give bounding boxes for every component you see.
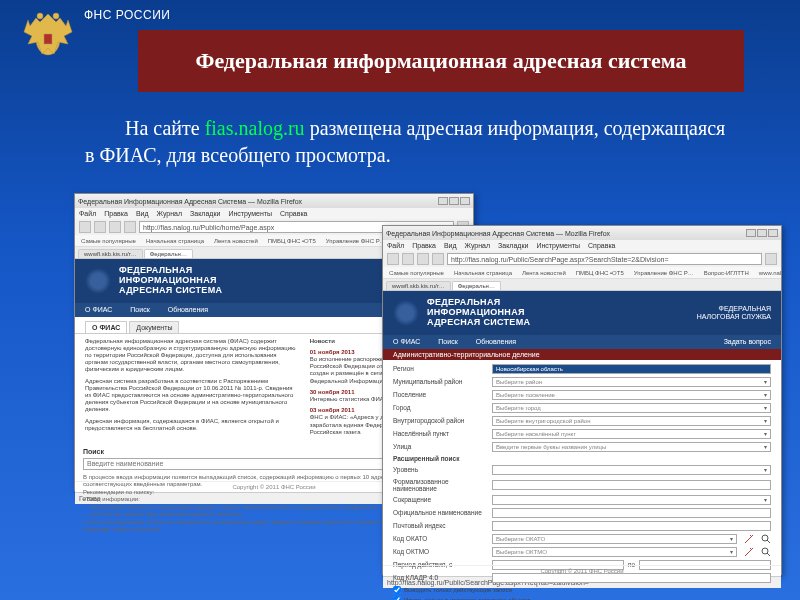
field-input[interactable]: Выберите район bbox=[492, 377, 771, 387]
home-icon bbox=[124, 221, 136, 233]
bookmark-bar[interactable]: Самые популярныеНачальная страницаЛента … bbox=[383, 267, 781, 279]
page-title: Федеральная информационная адресная сист… bbox=[138, 30, 744, 92]
field-label: Код ОКАТО bbox=[393, 535, 488, 542]
url-input[interactable]: http://fias.nalog.ru/Public/SearchPage.a… bbox=[447, 253, 762, 265]
back-icon bbox=[79, 221, 91, 233]
svg-point-1 bbox=[37, 13, 43, 19]
svg-line-7 bbox=[767, 553, 770, 556]
field-input[interactable]: Новосибирская область bbox=[492, 364, 771, 374]
field-input[interactable] bbox=[492, 521, 771, 531]
only-active-checkbox[interactable] bbox=[393, 586, 401, 594]
forward-icon bbox=[94, 221, 106, 233]
field-label: Улица bbox=[393, 443, 488, 450]
field-input[interactable] bbox=[492, 495, 771, 505]
field-label: Регион bbox=[393, 365, 488, 372]
field-input[interactable]: Выберите ОКАТО bbox=[492, 534, 737, 544]
search-input[interactable] bbox=[83, 458, 429, 470]
tab-active: Федеральн… bbox=[144, 249, 193, 258]
menubar[interactable]: ФайлПравкаВидЖурналЗакладкиИнструментыСп… bbox=[75, 208, 473, 219]
eagle-emblem-icon bbox=[18, 4, 78, 66]
field-input[interactable] bbox=[492, 480, 771, 490]
field-input[interactable]: Выберите внутригородской район bbox=[492, 416, 771, 426]
field-input[interactable]: Выберите поселение bbox=[492, 390, 771, 400]
lookup-icon[interactable] bbox=[761, 547, 771, 557]
intro-text: На сайте fias.nalog.ru размещена адресна… bbox=[85, 115, 735, 169]
browser-window-2: Федеральная Информационная Адресная Сист… bbox=[382, 225, 782, 575]
reload-icon bbox=[109, 221, 121, 233]
field-label: Город bbox=[393, 404, 488, 411]
window-controls[interactable] bbox=[437, 197, 470, 206]
field-label: Населённый пункт bbox=[393, 430, 488, 437]
lookup-icon[interactable] bbox=[761, 534, 771, 544]
site-logo-icon bbox=[85, 268, 111, 294]
field-label: Муниципальный район bbox=[393, 378, 488, 385]
menubar[interactable]: ФайлПравкаВидЖурналЗакладкиИнструментыСп… bbox=[383, 240, 781, 251]
field-label: Формализованное наименование bbox=[393, 478, 488, 492]
field-label: Код ОКТМО bbox=[393, 548, 488, 555]
field-label: Почтовый индекс bbox=[393, 522, 488, 529]
field-input[interactable]: Выберите населённый пункт bbox=[492, 429, 771, 439]
titlebar: Федеральная Информационная Адресная Сист… bbox=[75, 194, 473, 208]
field-label: Уровень bbox=[393, 466, 488, 473]
field-input[interactable]: Выберите ОКТМО bbox=[492, 547, 737, 557]
form-subhead: Административно-территориальное деление bbox=[383, 349, 781, 360]
wand-icon[interactable] bbox=[744, 534, 754, 544]
org-label: ФНС РОССИИ bbox=[84, 8, 170, 22]
search-form: РегионНовосибирская областьМуниципальный… bbox=[383, 360, 781, 600]
tabbar[interactable]: wwwfl.skb.kis.ru/r… Федеральн… bbox=[383, 279, 781, 291]
field-label: Официальное наименование bbox=[393, 509, 488, 516]
svg-line-5 bbox=[767, 540, 770, 543]
field-label: Внутригородской район bbox=[393, 417, 488, 424]
window-controls[interactable] bbox=[745, 229, 778, 238]
svg-rect-3 bbox=[44, 34, 52, 44]
field-input[interactable]: Введите первые буквы названия улицы bbox=[492, 442, 771, 452]
tab: wwwfl.skb.kis.ru/r… bbox=[78, 249, 143, 258]
field-input[interactable]: Выберите город bbox=[492, 403, 771, 413]
wand-icon[interactable] bbox=[744, 547, 754, 557]
toolbar[interactable]: http://fias.nalog.ru/Public/SearchPage.a… bbox=[383, 251, 781, 267]
svg-point-2 bbox=[53, 13, 59, 19]
field-label: Поселение bbox=[393, 391, 488, 398]
field-input[interactable] bbox=[492, 508, 771, 518]
hierarchy-checkbox[interactable] bbox=[393, 596, 401, 600]
field-label: Сокращение bbox=[393, 496, 488, 503]
field-input[interactable] bbox=[492, 465, 771, 475]
